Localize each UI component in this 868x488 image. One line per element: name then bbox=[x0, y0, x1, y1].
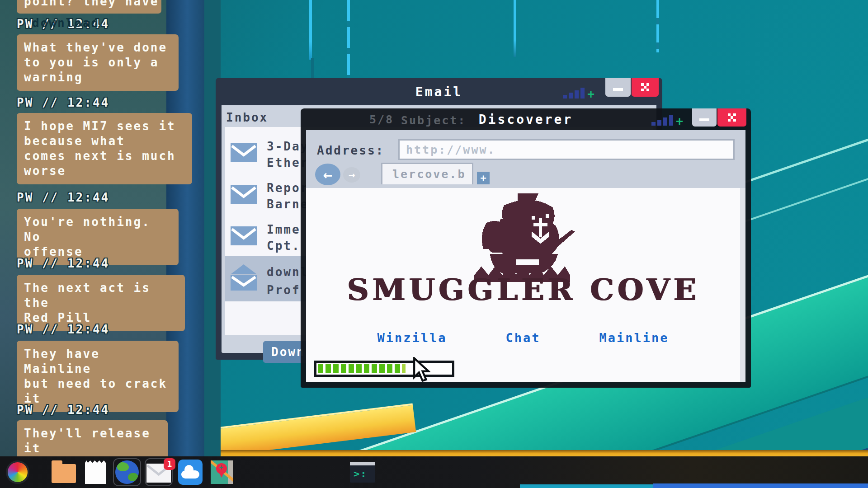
folder-icon bbox=[52, 464, 76, 483]
taskbar-item-pinwheel-browser[interactable] bbox=[4, 458, 32, 486]
chat-timestamp: PW // 12:44 bbox=[17, 323, 109, 336]
mail-item-line1: Imme bbox=[267, 223, 301, 236]
taskbar-item-globe-browser[interactable] bbox=[113, 458, 141, 486]
mouse-cursor bbox=[412, 357, 430, 383]
address-input[interactable] bbox=[398, 139, 735, 160]
wallpaper-streak bbox=[656, 0, 659, 52]
terminal-prompt-icon: >: bbox=[354, 468, 368, 479]
email-minimize-button[interactable] bbox=[605, 78, 631, 97]
desktop: point? they have PW // 12:44 download Wh… bbox=[0, 0, 868, 488]
back-button[interactable]: ← bbox=[315, 164, 340, 185]
progress-tail bbox=[402, 364, 406, 373]
envelope-closed-icon bbox=[231, 185, 257, 204]
chat-bubble-text: point? they have bbox=[24, 0, 159, 9]
browser-tab[interactable]: lercove.b bbox=[381, 163, 473, 184]
signal-bars-icon: + bbox=[563, 88, 594, 99]
wallpaper-streak bbox=[309, 0, 312, 60]
chat-bubble: What they've done to you is only a warni… bbox=[17, 34, 179, 91]
address-label: Address: bbox=[317, 144, 384, 157]
progress-fill bbox=[318, 364, 402, 373]
wallpaper-streak bbox=[347, 0, 350, 90]
chat-timestamp: PW // 12:44 bbox=[17, 403, 109, 417]
chat-timestamp: PW // 12:44 download bbox=[17, 17, 109, 31]
browser-minimize-button[interactable] bbox=[692, 108, 717, 127]
taskbar-item-mail[interactable]: 1 bbox=[145, 458, 173, 486]
envelope-closed-icon bbox=[231, 226, 257, 245]
email-subject-label-ghost: Subject: bbox=[401, 114, 466, 127]
site-title: SMUGGLER COVE bbox=[306, 272, 740, 307]
signal-bars-icon: + bbox=[651, 115, 683, 126]
chat-timestamp: PW // 12:44 bbox=[17, 96, 109, 109]
pinwheel-browser-icon bbox=[6, 460, 29, 484]
link-winzilla[interactable]: Winzilla bbox=[377, 331, 447, 345]
unread-badge: 1 bbox=[164, 458, 175, 470]
webpage-content: SMUGGLER COVE Winzilla Chat Mainline bbox=[306, 188, 740, 382]
mail-item-line2: Cpt. bbox=[267, 239, 301, 253]
mail-icon: 1 bbox=[146, 464, 171, 483]
taskbar-item-maps[interactable] bbox=[208, 458, 236, 486]
taskbar-item-terminal[interactable]: >: bbox=[350, 462, 375, 483]
maps-icon bbox=[211, 460, 233, 484]
browser-body: Address: ← → lercove.b + bbox=[306, 130, 745, 382]
taskbar-item-notes[interactable] bbox=[81, 458, 109, 486]
globe-browser-icon bbox=[115, 460, 139, 484]
close-x-icon bbox=[641, 83, 649, 91]
taskbar-item-folder[interactable] bbox=[50, 458, 78, 486]
chat-bubble: They'll release it bbox=[17, 420, 168, 462]
forward-button[interactable]: → bbox=[343, 167, 360, 183]
signal-plus-icon: + bbox=[676, 117, 683, 126]
envelope-open-flap-icon bbox=[231, 264, 257, 274]
new-tab-button[interactable]: + bbox=[477, 172, 490, 184]
browser-window: Discoverer 5/8 Subject: + Address: ← → l… bbox=[301, 108, 751, 388]
scrollbar-track[interactable] bbox=[740, 188, 745, 382]
wallpaper-streak bbox=[514, 0, 516, 57]
chat-timestamp: PW // 12:44 bbox=[17, 191, 109, 204]
page-links: Winzilla Chat Mainline bbox=[306, 331, 740, 345]
link-chat[interactable]: Chat bbox=[505, 331, 540, 345]
terminal-titlebar bbox=[350, 462, 375, 465]
notes-icon bbox=[85, 460, 106, 484]
timestamp-garble-overlay: download bbox=[32, 16, 99, 30]
mail-item-line2: Prof bbox=[267, 283, 301, 297]
browser-window-title: Discoverer bbox=[301, 108, 751, 130]
chat-bubble-partial: point? they have bbox=[17, 0, 161, 14]
browser-navrow: ← → lercove.b + bbox=[306, 162, 745, 184]
envelope-open-icon bbox=[231, 275, 257, 291]
close-x-icon bbox=[728, 113, 736, 122]
envelope-closed-icon bbox=[231, 143, 257, 162]
email-counter-ghost: 5/8 bbox=[369, 113, 394, 126]
browser-close-button[interactable] bbox=[717, 108, 746, 127]
chat-bubble: I hope MI7 sees it because what comes ne… bbox=[17, 113, 192, 184]
chat-log: point? they have PW // 12:44 download Wh… bbox=[0, 0, 208, 456]
wallpaper-band bbox=[653, 483, 868, 488]
weather-cloud-icon bbox=[178, 460, 203, 485]
chat-bubble: They have Mainline but need to crack it bbox=[17, 341, 179, 412]
pirate-ship-logo-icon bbox=[467, 192, 580, 282]
taskbar-item-weather[interactable] bbox=[176, 458, 204, 486]
download-progress-bar bbox=[314, 361, 454, 377]
email-window-title: Email bbox=[216, 78, 662, 105]
inbox-label: Inbox bbox=[226, 111, 268, 124]
chat-timestamp: PW // 12:44 bbox=[17, 257, 109, 270]
signal-plus-icon: + bbox=[587, 89, 594, 99]
email-close-button[interactable] bbox=[632, 78, 659, 97]
map-pin-icon bbox=[216, 463, 227, 474]
wallpaper-band bbox=[520, 484, 656, 488]
link-mainline[interactable]: Mainline bbox=[599, 331, 669, 345]
